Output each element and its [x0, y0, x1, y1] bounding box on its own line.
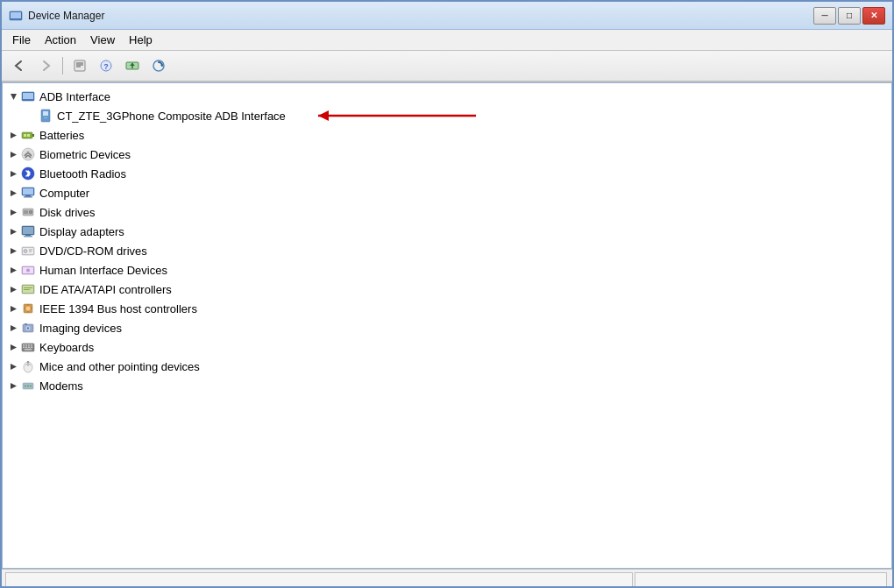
- expand-batteries-icon[interactable]: [6, 128, 20, 142]
- expand-display-icon[interactable]: [6, 224, 20, 238]
- svg-rect-18: [43, 111, 48, 116]
- svg-rect-74: [25, 344, 27, 346]
- svg-point-70: [27, 327, 29, 329]
- hid-label: Human Interface Devices: [39, 264, 167, 277]
- svg-rect-50: [29, 250, 32, 251]
- app-icon: [9, 9, 23, 23]
- expand-ieee1394-icon[interactable]: [6, 301, 20, 315]
- svg-rect-34: [23, 188, 33, 195]
- bluetooth-label: Bluetooth Radios: [39, 167, 126, 181]
- svg-rect-75: [28, 344, 30, 346]
- svg-rect-68: [25, 323, 27, 325]
- tree-item-computer[interactable]: Computer: [3, 183, 891, 202]
- expand-disk-icon[interactable]: [6, 205, 20, 219]
- svg-point-89: [27, 386, 29, 387]
- svg-point-88: [25, 386, 26, 387]
- ct-zte-icon: [38, 108, 53, 124]
- expand-dvd-icon[interactable]: [6, 244, 20, 258]
- tree-item-dvd-cdrom[interactable]: DVD/CD-ROM drives: [3, 241, 891, 260]
- window-title: Device Manager: [28, 10, 813, 22]
- ieee1394-label: IEEE 1394 Bus host controllers: [39, 302, 197, 315]
- menu-action[interactable]: Action: [38, 32, 83, 48]
- tree-item-ct-zte[interactable]: CT_ZTE_3GPhone Composite ADB Interface: [3, 106, 891, 125]
- svg-marker-37: [11, 209, 17, 216]
- svg-rect-35: [25, 195, 31, 196]
- computer-icon: [20, 185, 36, 201]
- help-button[interactable]: ?: [94, 54, 118, 77]
- close-button[interactable]: ✕: [862, 7, 885, 25]
- expand-mice-icon[interactable]: [6, 359, 20, 373]
- tree-item-disk-drives[interactable]: Disk drives: [3, 202, 891, 222]
- update-driver-button[interactable]: [120, 54, 145, 77]
- menu-view[interactable]: View: [83, 32, 122, 48]
- menu-help[interactable]: Help: [122, 32, 160, 48]
- svg-rect-73: [23, 344, 25, 346]
- expand-bluetooth-icon[interactable]: [6, 166, 20, 181]
- svg-rect-76: [31, 344, 32, 346]
- expand-ide-icon[interactable]: [6, 282, 20, 296]
- disk-drives-icon: [20, 204, 36, 220]
- svg-rect-1: [11, 12, 21, 18]
- svg-rect-78: [25, 347, 27, 349]
- svg-marker-86: [11, 383, 17, 389]
- expand-keyboards-icon[interactable]: [6, 340, 20, 354]
- svg-rect-26: [27, 134, 30, 137]
- annotation-arrow: [309, 104, 502, 127]
- svg-point-40: [30, 211, 32, 213]
- svg-point-53: [25, 251, 25, 251]
- tree-item-ide[interactable]: IDE ATA/ATAPI controllers: [3, 280, 891, 299]
- back-button[interactable]: [7, 54, 32, 77]
- adb-interface-icon: [20, 89, 36, 104]
- svg-point-65: [26, 307, 31, 311]
- imaging-label: Imaging devices: [39, 322, 122, 335]
- display-adapters-icon: [20, 223, 36, 239]
- tree-item-imaging[interactable]: Imaging devices: [3, 318, 891, 337]
- adb-interface-label: ADB Interface: [39, 90, 110, 103]
- svg-marker-82: [11, 364, 17, 370]
- svg-marker-22: [11, 132, 17, 138]
- svg-rect-80: [31, 347, 32, 349]
- minimize-button[interactable]: ─: [813, 7, 836, 25]
- svg-marker-21: [318, 110, 329, 121]
- svg-rect-2: [13, 19, 18, 20]
- tree-item-display-adapters[interactable]: Display adapters: [3, 222, 891, 241]
- title-bar: Device Manager ─ □ ✕: [2, 2, 892, 30]
- keyboards-icon: [20, 339, 36, 355]
- mice-icon: [20, 358, 36, 374]
- tree-item-modems[interactable]: Modems: [3, 376, 891, 395]
- tree-item-bluetooth[interactable]: Bluetooth Radios: [3, 164, 891, 183]
- tree-item-mice[interactable]: Mice and other pointing devices: [3, 357, 891, 376]
- ide-icon: [20, 281, 36, 297]
- tree-item-ieee1394[interactable]: IEEE 1394 Bus host controllers: [3, 299, 891, 318]
- tree-item-adb-interface[interactable]: ADB Interface: [3, 87, 891, 106]
- svg-rect-77: [23, 347, 25, 349]
- hid-icon: [20, 262, 36, 278]
- properties-button[interactable]: [67, 54, 92, 77]
- svg-rect-19: [44, 117, 47, 118]
- menu-file[interactable]: File: [5, 32, 38, 48]
- ide-label: IDE ATA/ATAPI controllers: [39, 283, 172, 296]
- svg-point-90: [30, 386, 32, 387]
- expand-modems-icon[interactable]: [6, 379, 20, 393]
- toolbar: ?: [2, 51, 892, 82]
- expand-biometric-icon[interactable]: [6, 147, 20, 161]
- svg-rect-41: [24, 210, 28, 214]
- tree-item-keyboards[interactable]: Keyboards: [3, 337, 891, 357]
- disk-drives-label: Disk drives: [39, 206, 96, 219]
- tree-item-biometric[interactable]: Biometric Devices: [3, 145, 891, 164]
- forward-button[interactable]: [33, 54, 58, 77]
- tree-item-hid[interactable]: Human Interface Devices: [3, 260, 891, 280]
- expand-adb-icon[interactable]: [6, 89, 20, 103]
- modems-icon: [20, 378, 36, 393]
- tree-item-batteries[interactable]: Batteries: [3, 125, 891, 145]
- tree-view[interactable]: ADB Interface CT_ZTE_3GPhone Composite A…: [3, 83, 891, 568]
- expand-computer-icon[interactable]: [6, 186, 20, 200]
- modems-label: Modems: [39, 379, 83, 393]
- bluetooth-icon: [20, 166, 36, 181]
- scan-button[interactable]: [146, 54, 171, 77]
- svg-rect-51: [29, 251, 32, 252]
- maximize-button[interactable]: □: [838, 7, 861, 25]
- expand-imaging-icon[interactable]: [6, 321, 20, 335]
- svg-rect-36: [24, 196, 32, 198]
- expand-hid-icon[interactable]: [6, 263, 20, 277]
